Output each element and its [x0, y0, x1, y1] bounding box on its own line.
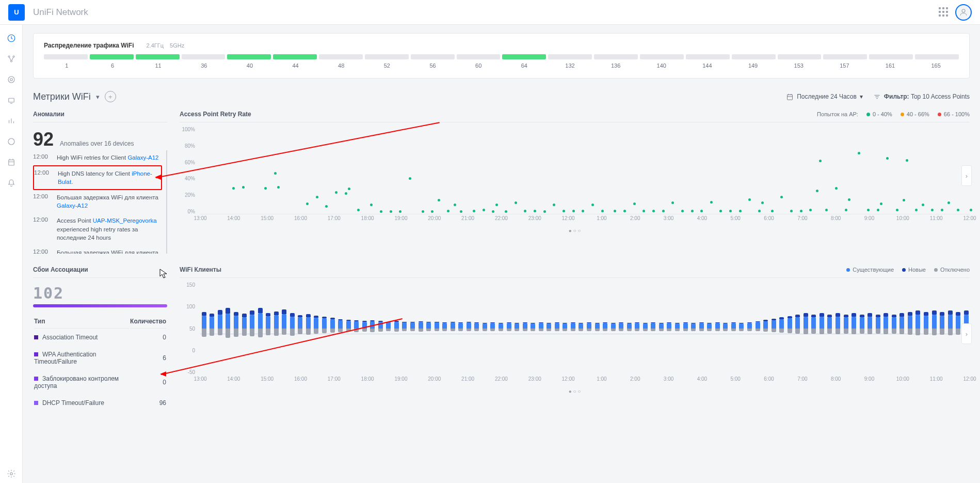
- assoc-bar: [33, 304, 167, 307]
- nav-clients[interactable]: [2, 91, 21, 110]
- anomaly-row[interactable]: 12:00Большая задержка WiFi для клиента a…: [33, 245, 162, 254]
- nav-insights[interactable]: [2, 132, 21, 151]
- nav-stats[interactable]: [2, 112, 21, 130]
- nav-devices[interactable]: [2, 70, 21, 89]
- metrics-header: Метрики WiFi ▾ + Последние 24 Часов ▾ Фи…: [33, 91, 970, 102]
- clients-y-axis: 150100500-50: [180, 282, 198, 375]
- svg-rect-7: [8, 98, 14, 102]
- metrics-title: Метрики WiFi: [33, 91, 91, 102]
- channel-bar: [44, 54, 959, 59]
- anomalies-count: 92: [33, 129, 54, 150]
- chevron-down-icon[interactable]: ▾: [96, 93, 100, 101]
- clients-chart-title: WiFi Клиенты: [180, 266, 221, 273]
- svg-point-0: [962, 9, 965, 12]
- anomaly-row[interactable]: 12:00High DNS latency for Client iPhone-…: [33, 165, 162, 190]
- pager-dots[interactable]: ● ○ ○: [180, 228, 970, 233]
- anomaly-list: 12:00High WiFi retries for Client Galaxy…: [33, 150, 167, 254]
- add-button[interactable]: +: [105, 91, 116, 102]
- clients-legend: СуществующиеНовыеОтключено: [846, 267, 970, 273]
- nav-dashboard[interactable]: [2, 29, 21, 48]
- assoc-row[interactable]: DHCP Timeout/Failure96: [34, 395, 166, 411]
- arrow-head-1: [155, 175, 161, 180]
- anomalies-sub: Anomalies over 16 devices: [60, 140, 134, 147]
- logo-badge[interactable]: U: [8, 4, 25, 21]
- anomalies-panel: Аномалии 92 Anomalies over 16 devices 12…: [33, 111, 167, 254]
- retry-legend: Попыток на AP:0 - 40%40 - 66%66 - 100%: [817, 111, 970, 117]
- anomaly-row[interactable]: 12:00Access Point UAP-MSK_Peregovorka ex…: [33, 213, 162, 245]
- pager-dots[interactable]: ● ○ ○: [180, 388, 970, 394]
- sidebar: [0, 25, 23, 483]
- main-content: Распределение трафика WiFi 2.4ГГц5GHz 16…: [23, 25, 980, 483]
- clients-x-axis: 13:0014:0015:0016:0017:0018:0019:0020:00…: [200, 376, 970, 385]
- svg-point-2: [8, 56, 10, 57]
- assoc-row[interactable]: Association Timeout0: [34, 330, 166, 346]
- retry-chart-title: Access Point Retry Rate: [180, 111, 251, 118]
- assoc-row[interactable]: Заблокировано контролем доступа0: [34, 371, 166, 394]
- svg-point-4: [10, 60, 12, 62]
- apps-icon[interactable]: [939, 7, 949, 18]
- avatar[interactable]: [955, 4, 972, 21]
- traffic-card: Распределение трафика WiFi 2.4ГГц5GHz 16…: [33, 33, 970, 79]
- svg-rect-9: [8, 160, 14, 166]
- assoc-title: Сбои Ассоциации: [33, 266, 167, 278]
- assoc-count: 102: [33, 284, 167, 302]
- anomaly-row[interactable]: 12:00High WiFi retries for Client Galaxy…: [33, 150, 162, 165]
- chevron-right-icon[interactable]: ›: [961, 165, 972, 186]
- chevron-right-icon[interactable]: ›: [961, 323, 972, 344]
- clients-chart-panel: WiFi Клиенты СуществующиеНовыеОтключено …: [180, 266, 970, 412]
- arrow-head-2: [160, 371, 166, 377]
- svg-point-5: [8, 76, 14, 83]
- svg-rect-11: [788, 95, 793, 100]
- channel-labels: 1611364044485256606413213614014414915315…: [44, 63, 959, 70]
- svg-point-3: [13, 56, 14, 57]
- nav-alerts[interactable]: [2, 174, 21, 192]
- nav-topology[interactable]: [2, 50, 21, 68]
- retry-chart-panel: Access Point Retry Rate Попыток на AP:0 …: [180, 111, 970, 254]
- time-range-dropdown[interactable]: Последние 24 Часов ▾: [786, 93, 863, 101]
- assoc-row[interactable]: WPA Authentication Timeout/Failure6: [34, 347, 166, 370]
- svg-point-6: [10, 79, 12, 81]
- cursor-icon: [159, 269, 168, 279]
- nav-events[interactable]: [2, 153, 21, 172]
- filter-dropdown[interactable]: Фильтр: Top 10 Access Points: [873, 93, 970, 101]
- retry-x-axis: 13:0014:0015:0016:0017:0018:0019:0020:00…: [200, 215, 970, 225]
- nav-settings[interactable]: [2, 464, 21, 483]
- assoc-panel: Сбои Ассоциации 102 ТипКоличество Associ…: [33, 266, 167, 412]
- clients-plot: [200, 282, 970, 375]
- svg-point-8: [8, 138, 14, 145]
- topbar: U UniFi Network: [0, 0, 980, 25]
- assoc-table: ТипКоличество Association Timeout0WPA Au…: [33, 314, 167, 412]
- anomalies-title: Аномалии: [33, 111, 167, 122]
- anomaly-row[interactable]: 12:00Большая задержка WiFi для клиента G…: [33, 190, 162, 213]
- traffic-title: Распределение трафика WiFi: [44, 42, 134, 49]
- svg-point-10: [10, 473, 12, 475]
- brand: UniFi Network: [33, 7, 88, 18]
- retry-plot: [200, 127, 970, 214]
